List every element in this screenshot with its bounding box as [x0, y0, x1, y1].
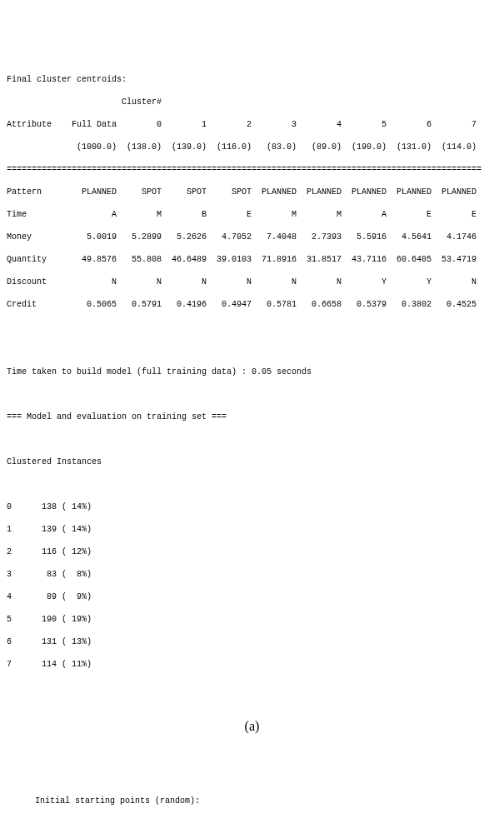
caption-a: (a): [7, 717, 497, 736]
table-row: Money 5.0019 5.2899 5.2626 4.7052 7.4048…: [7, 232, 497, 243]
clustered-instances-title-a: Clustered Instances: [7, 456, 497, 468]
table-row: Discount N N N N N N Y Y N: [7, 277, 497, 288]
ci-row: 2 116 ( 12%): [7, 546, 497, 558]
table-header2-a: (1000.0) (138.0) (139.0) (116.0) (83.0) …: [7, 142, 497, 153]
ci-row: 1 139 ( 14%): [7, 524, 497, 536]
ci-row: 3 83 ( 8%): [7, 569, 497, 581]
ci-row: 4 89 ( 9%): [7, 591, 497, 603]
table-sep-a: ========================================…: [7, 164, 497, 176]
table-row: Credit 0.5065 0.5791 0.4196 0.4947 0.578…: [7, 299, 497, 311]
ci-row: 7 114 ( 11%): [7, 659, 497, 671]
table-header1-a: Attribute Full Data 0 1 2 3 4 5 6 7: [7, 119, 497, 131]
section-b: Initial starting points (random): Cluste…: [7, 784, 497, 833]
cluster-header-a: Cluster#: [7, 97, 497, 108]
build-time-a: Time taken to build model (full training…: [7, 367, 497, 378]
ci-row: 6 131 ( 13%): [7, 636, 497, 648]
initial-points-title: Initial starting points (random):: [35, 796, 497, 807]
table-row: Pattern PLANNED SPOT SPOT SPOT PLANNED P…: [7, 187, 497, 198]
table-row: Quantity 49.8576 55.808 46.6489 39.0103 …: [7, 254, 497, 266]
section-a: Final cluster centroids: Cluster# Attrib…: [7, 63, 497, 682]
centroids-title-a: Final cluster centroids:: [7, 74, 497, 86]
ci-row: 0 138 ( 14%): [7, 501, 497, 513]
eval-header-a: === Model and evaluation on training set…: [7, 412, 497, 423]
ci-row: 5 190 ( 19%): [7, 614, 497, 626]
table-row: Time A M B E M M A E E: [7, 209, 497, 221]
